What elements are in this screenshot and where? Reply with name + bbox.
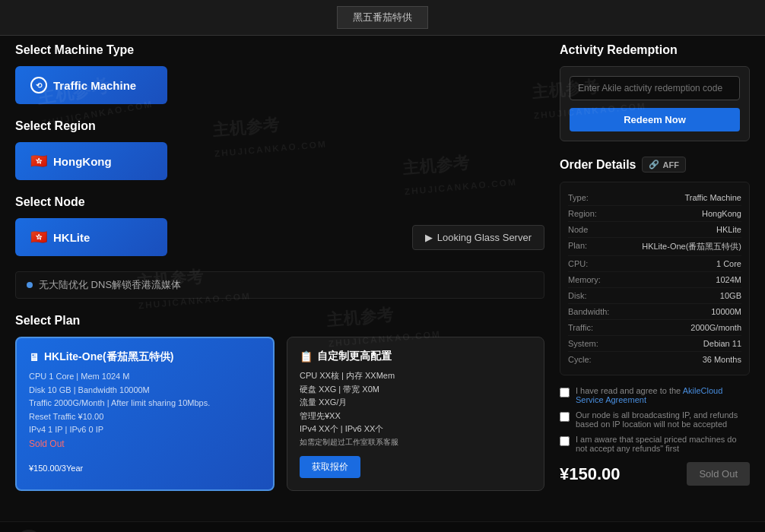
order-key: Region: bbox=[568, 209, 597, 218]
order-key: Bandwidth: bbox=[568, 307, 609, 316]
notice-dot bbox=[27, 282, 33, 288]
order-value: HKLite bbox=[716, 225, 741, 234]
order-row: Traffic:2000G/month bbox=[568, 320, 741, 336]
plan-hklite-one[interactable]: 🖥 HKLite-One(番茄黑五特供) CPU 1 Core | Mem 10… bbox=[15, 337, 275, 491]
order-value: 1024M bbox=[716, 275, 741, 284]
redemption-box: Redeem Now bbox=[560, 66, 750, 141]
order-row: Bandwidth:10000M bbox=[568, 304, 741, 320]
plan-1-details: CPU 1 Core | Mem 1024 M Disk 10 GB | Ban… bbox=[29, 370, 261, 451]
order-key: System: bbox=[568, 339, 598, 348]
order-value: HongKong bbox=[702, 209, 741, 218]
get-price-button[interactable]: 获取报价 bbox=[300, 456, 360, 478]
machine-type-title: Select Machine Type bbox=[15, 43, 544, 57]
node-label: HKLite bbox=[53, 231, 90, 244]
node-flag-icon: 🇭🇰 bbox=[30, 229, 47, 245]
traffic-machine-button[interactable]: ⟲ Traffic Machine bbox=[15, 66, 167, 104]
hklite-button[interactable]: 🇭🇰 HKLite bbox=[15, 218, 167, 256]
order-row: Region:HongKong bbox=[568, 206, 741, 222]
plan-1-price: ¥150.00/3Year bbox=[29, 459, 261, 475]
right-panel: Activity Redemption Redeem Now Order Det… bbox=[560, 43, 750, 506]
plan-custom[interactable]: 📋 自定制更高配置 CPU XX核 | 内存 XXMem 硬盘 XXG | 带宽… bbox=[287, 337, 544, 491]
order-value: 36 Months bbox=[703, 355, 741, 364]
order-key: Node bbox=[568, 225, 588, 234]
aff-badge: 🔗 AFF bbox=[642, 157, 685, 173]
order-value: 10000M bbox=[711, 307, 741, 316]
section-machine-type: Select Machine Type ⟲ Traffic Machine bbox=[15, 43, 544, 104]
circle-icon: ⟲ bbox=[30, 77, 47, 93]
order-value: 2000G/month bbox=[690, 323, 741, 332]
plan-2-icon: 📋 bbox=[300, 350, 313, 363]
plan-2-details: CPU XX核 | 内存 XXMem 硬盘 XXG | 带宽 X0M 流量 XX… bbox=[300, 369, 532, 448]
checkbox-no-refund[interactable] bbox=[560, 436, 570, 446]
order-key: Disk: bbox=[568, 291, 586, 300]
service-agreement-link[interactable]: AkileCloud Service Agreement bbox=[576, 386, 722, 404]
order-row: NodeHKLite bbox=[568, 222, 741, 238]
plans-row: 🖥 HKLite-One(番茄黑五特供) CPU 1 Core | Mem 10… bbox=[15, 337, 544, 491]
order-row: CPU:1 Core bbox=[568, 256, 741, 272]
notice-bar: 无大陆优化 DNS解锁香港流媒体 bbox=[15, 271, 544, 299]
top-bar: 黑五番茄特供 bbox=[0, 0, 765, 36]
order-value: Debian 11 bbox=[703, 339, 741, 348]
plan-2-name: 📋 自定制更高配置 bbox=[300, 350, 532, 363]
order-row: System:Debian 11 bbox=[568, 336, 741, 352]
hongkong-button[interactable]: 🇭🇰 HongKong bbox=[15, 142, 167, 180]
checkbox-row-2: Our node is all broadcasting IP, and ref… bbox=[560, 410, 750, 429]
order-row: Disk:10GB bbox=[568, 288, 741, 304]
checkbox-row-1: I have read and agree to the AkileCloud … bbox=[560, 386, 750, 404]
order-value: 10GB bbox=[720, 291, 741, 300]
order-value: HKLite-One(番茄黑五特供) bbox=[642, 241, 741, 252]
plan-title: Select Plan bbox=[15, 314, 544, 328]
plan-1-icon: 🖥 bbox=[29, 351, 40, 363]
section-plan: Select Plan 🖥 HKLite-One(番茄黑五特供) CPU 1 C… bbox=[15, 314, 544, 491]
region-title: Select Region bbox=[15, 119, 544, 133]
activity-redemption-section: Activity Redemption Redeem Now bbox=[560, 43, 750, 141]
order-key: Traffic: bbox=[568, 323, 593, 332]
main-container: Select Machine Type ⟲ Traffic Machine Se… bbox=[0, 36, 765, 521]
left-panel: Select Machine Type ⟲ Traffic Machine Se… bbox=[15, 43, 544, 506]
redeem-button[interactable]: Redeem Now bbox=[570, 108, 740, 131]
link-icon: 🔗 bbox=[649, 160, 659, 169]
redemption-input[interactable] bbox=[570, 76, 740, 100]
checkbox-ip-policy[interactable] bbox=[560, 412, 570, 422]
order-row: Plan:HKLite-One(番茄黑五特供) bbox=[568, 238, 741, 256]
node-row: 🇭🇰 HKLite ▶ Looking Glass Server bbox=[15, 218, 544, 256]
node-title: Select Node bbox=[15, 195, 544, 209]
checkbox-agreement[interactable] bbox=[560, 388, 570, 397]
machine-type-label: Traffic Machine bbox=[53, 79, 136, 92]
footer-price-row: ¥150.00 Sold Out bbox=[560, 462, 750, 486]
order-key: Memory: bbox=[568, 275, 601, 284]
order-value: 1 Core bbox=[716, 259, 741, 268]
activity-title: Activity Redemption bbox=[560, 43, 750, 57]
notice-text: 无大陆优化 DNS解锁香港流媒体 bbox=[39, 278, 181, 292]
section-node: Select Node 🇭🇰 HKLite ▶ Looking Glass Se… bbox=[15, 195, 544, 256]
sold-out-button[interactable]: Sold Out bbox=[687, 462, 750, 486]
promo-label: 黑五番茄特供 bbox=[337, 6, 428, 29]
final-price: ¥150.00 bbox=[560, 464, 621, 484]
order-key: Cycle: bbox=[568, 355, 592, 364]
flag-icon: 🇭🇰 bbox=[30, 153, 47, 169]
order-details-title: Order Details 🔗 AFF bbox=[560, 157, 750, 173]
bottom-bar: ⚡ 主机参考 zhujicankao.com bbox=[0, 521, 765, 532]
order-rows-container: Type:Traffic MachineRegion:HongKongNodeH… bbox=[568, 190, 741, 367]
order-key: Type: bbox=[568, 193, 589, 202]
order-key: CPU: bbox=[568, 259, 588, 268]
checkbox-row-3: I am aware that special priced machines … bbox=[560, 435, 750, 453]
order-value: Traffic Machine bbox=[684, 193, 741, 202]
looking-glass-label: Looking Glass Server bbox=[437, 232, 532, 243]
order-row: Cycle:36 Months bbox=[568, 352, 741, 367]
region-label: HongKong bbox=[53, 155, 112, 168]
play-icon: ▶ bbox=[425, 232, 433, 243]
plan-1-name: 🖥 HKLite-One(番茄黑五特供) bbox=[29, 350, 261, 364]
order-key: Plan: bbox=[568, 241, 587, 252]
order-details-section: Order Details 🔗 AFF Type:Traffic Machine… bbox=[560, 157, 750, 486]
order-table: Type:Traffic MachineRegion:HongKongNodeH… bbox=[560, 182, 750, 375]
section-region: Select Region 🇭🇰 HongKong bbox=[15, 119, 544, 180]
order-row: Memory:1024M bbox=[568, 272, 741, 288]
order-row: Type:Traffic Machine bbox=[568, 190, 741, 206]
looking-glass-button[interactable]: ▶ Looking Glass Server bbox=[412, 225, 544, 250]
